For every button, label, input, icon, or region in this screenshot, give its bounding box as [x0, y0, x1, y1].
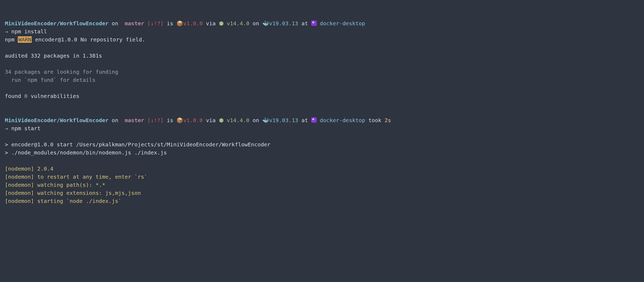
docker-version: v19.03.13	[269, 20, 298, 27]
nodemon-line: [nodemon] watching extensions: js,mjs,js…	[5, 190, 141, 196]
prompt-path: MiniVideoEncoder/WorkflowEncoder	[5, 117, 108, 124]
prompt-via: via	[203, 20, 219, 27]
nodemon-line: [nodemon] watching path(s): *.*	[5, 182, 105, 188]
docker-icon: 🐳	[262, 117, 269, 123]
terminal-output[interactable]: MiniVideoEncoder/WorkflowEncoder on mast…	[5, 19, 639, 205]
prompt-at: at	[298, 117, 311, 124]
package-icon: 📦	[176, 117, 183, 123]
prompt-on: on	[108, 117, 121, 124]
prompt-line-1: MiniVideoEncoder/WorkflowEncoder on mast…	[5, 20, 365, 27]
prompt-on: on	[108, 20, 121, 27]
nodemon-line: [nodemon] to restart at any time, enter …	[5, 174, 147, 180]
node-version: v14.4.0	[227, 117, 249, 124]
took-duration: 2s	[385, 117, 391, 124]
audited-line: audited 332 packages in 1.381s	[5, 52, 102, 59]
package-version: v1.0.0	[183, 117, 203, 124]
prompt-on2: on	[249, 20, 262, 27]
funding-line-1: 34 packages are looking for funding	[5, 69, 118, 75]
prompt-at: at	[298, 20, 311, 27]
k8s-icon	[311, 117, 317, 123]
package-icon: 📦	[176, 20, 183, 26]
git-branch: master	[125, 20, 144, 27]
npm-script-line-2: > ./node_modules/nodemon/bin/nodemon.js …	[5, 149, 167, 156]
git-status: [↓!?]	[144, 20, 164, 27]
prompt-arrow: →	[5, 28, 11, 35]
node-icon: ⬢	[219, 20, 227, 27]
npm-script-line-1: > encoder@1.0.0 start /Users/pkalkman/Pr…	[5, 141, 270, 148]
prompt-arrow: →	[5, 125, 11, 132]
prompt-on2: on	[249, 117, 262, 124]
k8s-context: docker-desktop	[317, 117, 365, 124]
command-npm-install: npm install	[11, 28, 47, 35]
docker-icon: 🐳	[262, 20, 269, 26]
k8s-context: docker-desktop	[317, 20, 365, 27]
node-version: v14.4.0	[227, 20, 249, 27]
docker-version: v19.03.13	[269, 117, 298, 124]
npm-warn-line: npm WARN encoder@1.0.0 No repository fie…	[5, 36, 145, 43]
prompt-path: MiniVideoEncoder/WorkflowEncoder	[5, 20, 108, 27]
vulnerabilities-line: found 0 vulnerabilities	[5, 93, 79, 99]
nodemon-line: [nodemon] 2.0.4	[5, 165, 54, 172]
nodemon-line: [nodemon] starting `node ./index.js`	[5, 198, 121, 204]
k8s-icon	[311, 20, 317, 26]
npm-label: npm	[5, 36, 18, 43]
prompt-took: took	[365, 117, 384, 124]
funding-line-2: run `npm fund` for details	[5, 77, 95, 83]
vuln-count: 0	[24, 93, 27, 99]
package-version: v1.0.0	[183, 20, 203, 27]
prompt-line-2: MiniVideoEncoder/WorkflowEncoder on mast…	[5, 117, 391, 124]
prompt-is: is	[164, 117, 176, 124]
prompt-via: via	[203, 117, 219, 124]
git-branch: master	[125, 117, 144, 124]
node-icon: ⬢	[219, 117, 227, 124]
git-status: [↓!?]	[144, 117, 164, 124]
command-npm-start: npm start	[11, 125, 40, 132]
warn-message: encoder@1.0.0 No repository field.	[32, 36, 145, 43]
command-line-1: → npm install	[5, 28, 47, 35]
command-line-2: → npm start	[5, 125, 40, 132]
prompt-is: is	[164, 20, 176, 27]
warn-badge: WARN	[18, 36, 32, 43]
